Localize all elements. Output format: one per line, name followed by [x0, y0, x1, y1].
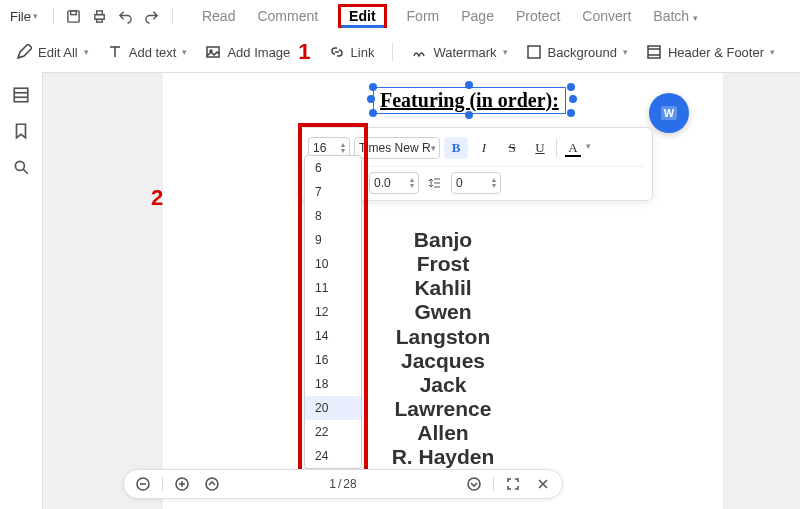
- font-family-value: Times New R: [359, 141, 431, 155]
- resize-handle[interactable]: [569, 95, 577, 103]
- selected-text-object[interactable]: Featuring (in order):: [373, 87, 566, 114]
- main-tabs: Read Comment Edit Form Page Protect Conv…: [200, 4, 700, 28]
- svg-rect-3: [97, 10, 103, 14]
- scroll-up-button[interactable]: [201, 473, 223, 495]
- chevron-down-icon: ▾: [33, 11, 38, 21]
- background-button[interactable]: Background ▾: [526, 44, 628, 60]
- add-image-button[interactable]: Add Image: [205, 44, 290, 60]
- close-button[interactable]: [532, 473, 554, 495]
- text-line: Kahlil: [163, 276, 723, 300]
- watermark-button[interactable]: Watermark ▾: [411, 44, 507, 60]
- search-icon[interactable]: [12, 158, 30, 176]
- svg-text:W: W: [664, 107, 675, 119]
- text-line: Gwen: [163, 300, 723, 324]
- divider: [53, 8, 54, 24]
- font-color-button[interactable]: A▾: [561, 137, 585, 159]
- tab-edit[interactable]: Edit: [338, 4, 386, 28]
- strikethrough-button[interactable]: S: [500, 137, 524, 159]
- divider: [162, 476, 163, 492]
- tab-protect[interactable]: Protect: [514, 4, 562, 28]
- background-icon: [526, 44, 542, 60]
- word-icon: W: [659, 103, 679, 123]
- stepper-icon[interactable]: ▴▾: [410, 177, 414, 189]
- zoom-in-button[interactable]: [171, 473, 193, 495]
- text-line: Langston: [163, 325, 723, 349]
- stepper-icon[interactable]: ▴▾: [492, 177, 496, 189]
- chevron-down-icon: ▾: [84, 47, 89, 57]
- line-spacing-icon: [423, 172, 447, 194]
- scroll-down-button[interactable]: [463, 473, 485, 495]
- text-line: Jack: [163, 373, 723, 397]
- chevron-down-icon: ▾: [623, 47, 628, 57]
- page: Featuring (in order): 16 ▴▾ Times New R …: [163, 73, 723, 509]
- svg-point-29: [206, 478, 218, 490]
- add-text-button[interactable]: Add text ▾: [107, 44, 188, 60]
- divider: [172, 8, 173, 24]
- chevron-down-icon: ▾: [693, 13, 698, 23]
- page-controls: 1 / 28: [123, 469, 563, 499]
- add-image-label: Add Image: [227, 45, 290, 60]
- tab-form[interactable]: Form: [405, 4, 442, 28]
- chevron-down-icon: ▾: [770, 47, 775, 57]
- tab-batch[interactable]: Batch ▾: [651, 4, 700, 28]
- thumbnails-icon[interactable]: [12, 86, 30, 104]
- header-footer-label: Header & Footer: [668, 45, 764, 60]
- tab-comment[interactable]: Comment: [255, 4, 320, 28]
- resize-handle[interactable]: [567, 83, 575, 91]
- export-word-button[interactable]: W: [649, 93, 689, 133]
- svg-rect-0: [68, 10, 79, 21]
- save-icon[interactable]: [65, 7, 83, 25]
- left-sidebar: [0, 72, 42, 509]
- chevron-down-icon: ▾: [182, 47, 187, 57]
- bookmark-icon[interactable]: [12, 122, 30, 140]
- resize-handle[interactable]: [465, 111, 473, 119]
- document-body-text[interactable]: BanjoFrostKahlilGwenLangstonJacquesJackL…: [163, 228, 723, 494]
- text-line: Jacques: [163, 349, 723, 373]
- link-label: Link: [351, 45, 375, 60]
- page-sep: /: [338, 477, 341, 491]
- header-footer-button[interactable]: Header & Footer ▾: [646, 44, 775, 60]
- header-footer-icon: [646, 44, 662, 60]
- resize-handle[interactable]: [465, 81, 473, 89]
- resize-handle[interactable]: [367, 95, 375, 103]
- print-icon[interactable]: [91, 7, 109, 25]
- resize-handle[interactable]: [369, 109, 377, 117]
- tab-batch-label: Batch: [653, 8, 689, 24]
- divider: [493, 476, 494, 492]
- undo-icon[interactable]: [117, 7, 135, 25]
- tab-page[interactable]: Page: [459, 4, 496, 28]
- underline-button[interactable]: U: [528, 137, 552, 159]
- resize-handle[interactable]: [369, 83, 377, 91]
- chevron-down-icon: ▾: [431, 143, 436, 153]
- svg-rect-1: [71, 10, 77, 14]
- background-label: Background: [548, 45, 617, 60]
- chevron-down-icon: ▾: [503, 47, 508, 57]
- divider: [556, 139, 557, 157]
- line-spacing-input[interactable]: 0 ▴▾: [451, 172, 501, 194]
- watermark-label: Watermark: [433, 45, 496, 60]
- svg-rect-4: [97, 19, 103, 22]
- file-menu-label: File: [10, 9, 31, 24]
- image-icon: [205, 44, 221, 60]
- resize-handle[interactable]: [567, 109, 575, 117]
- annotation-2: 2: [151, 185, 163, 211]
- svg-rect-11: [14, 88, 28, 102]
- menubar: File ▾ Read Comment Edit Form Page Prote…: [0, 0, 800, 32]
- tab-read[interactable]: Read: [200, 4, 237, 28]
- edit-all-button[interactable]: Edit All ▾: [16, 44, 89, 60]
- italic-button[interactable]: I: [472, 137, 496, 159]
- redo-icon[interactable]: [143, 7, 161, 25]
- pencil-icon: [16, 44, 32, 60]
- bold-button[interactable]: B: [444, 137, 468, 159]
- chevron-down-icon: ▾: [586, 141, 591, 151]
- zoom-out-button[interactable]: [132, 473, 154, 495]
- annotation-1: 1: [298, 39, 310, 65]
- link-button[interactable]: Link: [329, 44, 375, 60]
- document-canvas[interactable]: Featuring (in order): 16 ▴▾ Times New R …: [42, 72, 800, 509]
- text-line: Banjo: [163, 228, 723, 252]
- tab-convert[interactable]: Convert: [580, 4, 633, 28]
- letter-spacing-input[interactable]: 0.0 ▴▾: [369, 172, 419, 194]
- fullscreen-button[interactable]: [502, 473, 524, 495]
- page-indicator[interactable]: 1 / 28: [329, 477, 356, 491]
- file-menu[interactable]: File ▾: [6, 9, 42, 24]
